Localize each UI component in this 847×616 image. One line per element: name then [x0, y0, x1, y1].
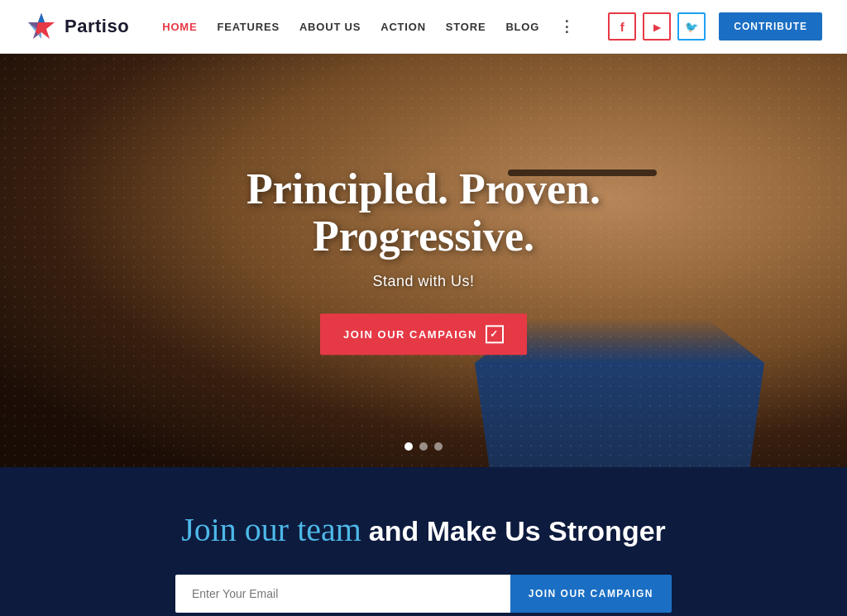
hero-cta-label: JOIN OUR CAMPAIGN: [343, 328, 477, 341]
email-input[interactable]: [175, 575, 510, 613]
facebook-button[interactable]: f: [608, 12, 636, 41]
join-title: Join our team and Make Us Stronger: [25, 509, 822, 552]
hero-cta-button[interactable]: JOIN OUR CAMPAIGN ✓: [320, 314, 527, 356]
nav-more-icon[interactable]: ⋮: [559, 17, 575, 36]
facebook-icon: f: [620, 20, 624, 34]
logo-icon: [25, 10, 58, 43]
header-right: f 🐦 CONTRIBUTE: [608, 12, 822, 41]
hero-dot-1[interactable]: [404, 442, 413, 451]
logo-area[interactable]: Partiso: [25, 10, 129, 43]
checkbox-icon: ✓: [486, 326, 504, 344]
join-title-script: Join our team: [181, 511, 361, 548]
nav-home[interactable]: HOME: [162, 21, 197, 33]
hero-subtitle: Stand with Us!: [175, 274, 672, 291]
hero-dot-3[interactable]: [434, 442, 443, 451]
hero-title: Principled. Proven. Progressive.: [175, 165, 672, 260]
youtube-icon: [653, 20, 660, 33]
nav-blog[interactable]: BLOG: [505, 21, 539, 33]
nav-store[interactable]: STORE: [446, 21, 486, 33]
nav-features[interactable]: FEATURES: [217, 21, 280, 33]
svg-marker-1: [38, 13, 45, 22]
youtube-button[interactable]: [643, 12, 671, 41]
hero-content: Principled. Proven. Progressive. Stand w…: [175, 165, 672, 355]
join-campaign-button[interactable]: JOIN OUR CAMPAIGN: [510, 575, 672, 613]
contribute-button[interactable]: CONTRIBUTE: [719, 12, 822, 41]
twitter-button[interactable]: 🐦: [677, 12, 706, 41]
join-title-rest: and Make Us Stronger: [369, 515, 666, 547]
hero-section: Principled. Proven. Progressive. Stand w…: [0, 54, 847, 467]
twitter-icon: 🐦: [685, 21, 698, 33]
logo-text: Partiso: [65, 16, 129, 37]
main-nav: HOME FEATURES ABOUT US ACTION STORE BLOG…: [162, 17, 575, 36]
hero-dot-2[interactable]: [419, 442, 428, 451]
join-section: Join our team and Make Us Stronger JOIN …: [0, 467, 847, 616]
hero-slide-dots: [404, 442, 443, 451]
join-form: JOIN OUR CAMPAIGN: [175, 575, 672, 613]
nav-action[interactable]: ACTION: [380, 21, 426, 33]
nav-about-us[interactable]: ABOUT US: [299, 21, 361, 33]
header: Partiso HOME FEATURES ABOUT US ACTION ST…: [0, 0, 847, 54]
